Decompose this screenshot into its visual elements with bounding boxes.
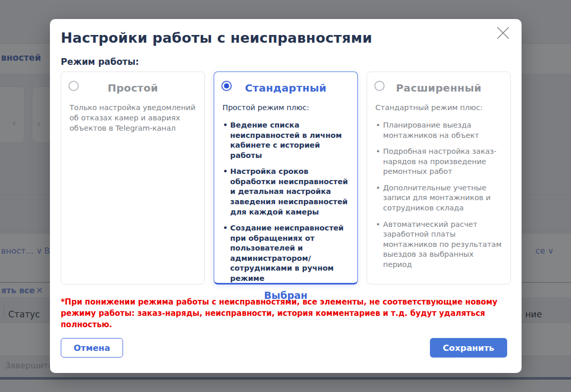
list-item: Создание неисправностей при обращениях о… — [222, 223, 349, 283]
mode-title: Стандартный — [222, 82, 349, 94]
list-item: Подробная настройка заказ-нарядов на про… — [375, 147, 502, 177]
fault-settings-dialog: Настройки работы с неисправностями Режим… — [50, 19, 522, 373]
save-button[interactable]: Сохранить — [430, 338, 507, 358]
mode-title: Расширенный — [375, 82, 502, 94]
mode-section-label: Режим работы: — [61, 57, 511, 67]
list-item: Дополнительные учетные записи для монтаж… — [375, 183, 502, 213]
radio-standard[interactable] — [221, 81, 232, 91]
mode-description: Простой режим плюс: — [222, 102, 349, 113]
list-item: Ведение списка неисправностей в личном к… — [222, 120, 349, 161]
list-item: Автоматический расчет заработной платы м… — [375, 220, 502, 270]
chosen-badge: Выбран — [264, 290, 307, 301]
mode-description: Только настройка уведомлений об отказах … — [70, 102, 196, 133]
close-button[interactable] — [495, 25, 511, 42]
mode-card-extended[interactable]: Расширенный Стандартный режим плюс: План… — [367, 72, 511, 284]
mode-title: Простой — [70, 82, 196, 94]
list-item: Настройка сроков обработки неисправносте… — [222, 167, 349, 217]
mode-cards: Простой Только настройка уведомлений об … — [61, 72, 511, 284]
mode-description: Стандартный режим плюс: — [375, 102, 502, 113]
list-item: Планирование выезда монтажников на объек… — [375, 120, 502, 140]
mode-card-standard[interactable]: Стандартный Простой режим плюс: Ведение … — [214, 72, 358, 284]
close-icon — [495, 25, 511, 41]
downgrade-warning-text: *При понижении режима работы с неисправн… — [61, 297, 511, 330]
radio-extended[interactable] — [374, 81, 385, 91]
mode-feature-list: Ведение списка неисправностей в личном к… — [222, 120, 349, 290]
mode-feature-list: Планирование выезда монтажников на объек… — [375, 120, 502, 276]
radio-simple[interactable] — [68, 81, 79, 91]
mode-card-simple[interactable]: Простой Только настройка уведомлений об … — [61, 72, 205, 284]
dialog-title: Настройки работы с неисправностями — [61, 30, 511, 46]
dialog-actions: Отмена Сохранить — [61, 338, 507, 358]
cancel-button[interactable]: Отмена — [61, 338, 123, 358]
